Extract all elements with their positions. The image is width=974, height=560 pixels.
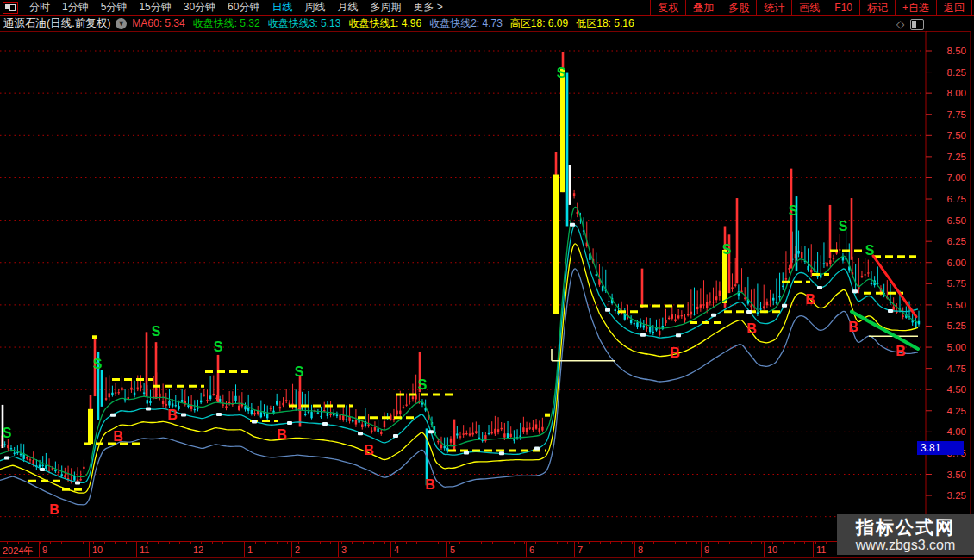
week-tick <box>459 542 460 544</box>
week-tick <box>783 542 784 544</box>
month-separator <box>526 542 527 557</box>
period-tab-2[interactable]: 5分钟 <box>101 0 128 15</box>
week-tick <box>136 542 137 544</box>
sell-signal: S <box>418 377 428 392</box>
week-tick <box>384 542 385 544</box>
candlestick-chart[interactable]: SSSSSSSSSSSBBBBBBBBBBB8.508.258.007.757.… <box>0 0 974 560</box>
week-tick <box>320 542 321 544</box>
tool-item-6[interactable]: 标记 <box>859 0 895 15</box>
price-tick-label: 7.50 <box>947 130 966 140</box>
week-tick <box>815 542 816 544</box>
week-tick <box>352 542 353 544</box>
week-tick <box>503 542 503 544</box>
week-tick <box>718 542 719 544</box>
buy-signal: B <box>896 344 906 358</box>
week-tick <box>675 542 676 544</box>
tool-item-2[interactable]: 多股 <box>721 0 756 15</box>
month-separator <box>446 542 447 557</box>
tool-item-8[interactable]: 返回 <box>936 0 972 15</box>
week-tick <box>373 542 374 544</box>
sell-signal: S <box>295 364 304 379</box>
week-tick <box>201 542 202 544</box>
price-tick-label: 5.25 <box>947 320 966 331</box>
buy-signal: B <box>364 443 374 457</box>
indicator-readout-6: 低区18: 5.16 <box>576 16 634 31</box>
week-tick <box>395 542 396 544</box>
price-tick-label: 7.25 <box>947 152 966 162</box>
week-tick <box>212 542 213 544</box>
period-tab-5[interactable]: 60分钟 <box>228 0 259 15</box>
period-tab-4[interactable]: 30分钟 <box>184 0 215 15</box>
week-tick <box>93 542 94 544</box>
month-label-9: 6 <box>529 544 534 555</box>
week-tick <box>126 542 127 544</box>
week-tick <box>265 542 266 544</box>
price-tick-label: 4.25 <box>947 406 966 416</box>
level-lines-layer <box>28 251 918 489</box>
week-tick <box>169 542 170 544</box>
month-label-2: 11 <box>140 544 149 555</box>
month-label-10: 7 <box>578 544 583 555</box>
month-label-12: 9 <box>704 544 709 555</box>
date-axis[interactable]: 2024年 91011121234567891011 <box>0 541 974 558</box>
week-tick <box>751 542 752 544</box>
breakout-bars-layer <box>88 69 727 444</box>
tool-item-5[interactable]: F10 <box>827 0 859 15</box>
price-tick-label: 4.00 <box>947 426 966 437</box>
tool-item-1[interactable]: 叠加 <box>685 0 721 15</box>
month-separator <box>701 542 702 557</box>
period-tab-10[interactable]: 更多 > <box>413 0 442 15</box>
price-tick-label: 5.75 <box>947 278 966 289</box>
tool-item-0[interactable]: 复权 <box>650 0 685 15</box>
week-tick <box>61 542 62 544</box>
period-tab-0[interactable]: 分时 <box>29 0 50 15</box>
week-tick <box>729 542 730 544</box>
week-tick <box>309 542 309 544</box>
week-tick <box>492 542 493 544</box>
week-tick <box>83 542 84 544</box>
period-tab-1[interactable]: 1分钟 <box>62 0 89 15</box>
grid-layer <box>0 51 924 517</box>
tool-item-7[interactable]: +自选 <box>895 0 936 15</box>
week-tick <box>826 542 827 544</box>
split-view-icon[interactable] <box>910 19 924 30</box>
period-tab-6[interactable]: 日线 <box>272 0 292 15</box>
tool-item-4[interactable]: 画线 <box>791 0 827 15</box>
indicator-values: MA60: 5.34收盘快线: 5.32收盘快线3: 5.13收盘快线1: 4.… <box>132 16 641 31</box>
month-label-0: 9 <box>42 544 47 555</box>
diamond-icon[interactable]: ◇ <box>896 18 904 30</box>
chevron-down-icon[interactable]: ▼ <box>116 18 127 29</box>
price-tick-label: 3.25 <box>947 490 966 501</box>
price-tick-label: 6.50 <box>947 215 966 226</box>
price-tick-label: 8.00 <box>947 88 966 98</box>
title-bar: 通源石油(日线.前复权) ▼ MA60: 5.34收盘快线: 5.32收盘快线3… <box>0 16 974 31</box>
month-separator <box>291 542 292 557</box>
month-label-6: 3 <box>341 544 347 555</box>
week-tick <box>653 542 654 544</box>
price-tick-label: 4.75 <box>947 364 966 374</box>
indicator-readout-2: 收盘快线3: 5.13 <box>268 16 341 31</box>
week-tick <box>772 542 773 544</box>
week-tick <box>147 542 148 544</box>
trend-lines-layer <box>852 256 918 349</box>
week-tick <box>632 542 633 544</box>
week-tick <box>665 542 665 544</box>
period-tab-7[interactable]: 周线 <box>304 0 325 15</box>
month-separator <box>390 542 391 557</box>
week-tick <box>244 542 245 544</box>
week-tick <box>158 542 159 544</box>
buy-signal: B <box>805 292 815 307</box>
indicator-readout-4: 收盘快线2: 4.73 <box>429 16 503 31</box>
period-tab-3[interactable]: 15分钟 <box>139 0 171 15</box>
week-tick <box>18 542 19 544</box>
month-label-4: 1 <box>247 544 253 555</box>
panel-layout-icon[interactable] <box>3 2 18 14</box>
week-tick <box>610 542 611 544</box>
price-tick-label: 8.25 <box>947 67 966 78</box>
tool-item-3[interactable]: 统计 <box>756 0 791 15</box>
sell-signal: S <box>3 426 12 440</box>
sell-signal: S <box>865 243 875 258</box>
week-tick <box>804 542 805 544</box>
period-tab-9[interactable]: 多周期 <box>370 0 401 15</box>
period-tab-8[interactable]: 月线 <box>337 0 358 15</box>
